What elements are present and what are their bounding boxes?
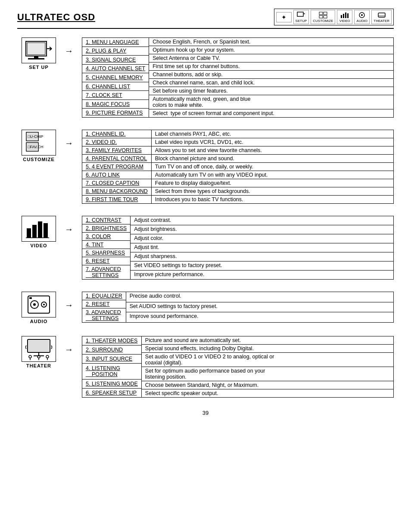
- header-icon-theater: THEATER: [371, 10, 392, 24]
- audio-arrow: →: [65, 292, 82, 310]
- audio-menu-table: 1. EQUALIZER 2. RESET 3. ADVANCED SETTIN…: [82, 292, 126, 323]
- svg-rect-19: [34, 56, 38, 58]
- svg-rect-2: [319, 12, 323, 15]
- video-label-small: VIDEO: [339, 19, 350, 23]
- svg-rect-5: [324, 16, 327, 18]
- table-row: 2. RESET: [82, 300, 126, 308]
- svg-text:□FAV.CH: □FAV.CH: [28, 145, 43, 149]
- table-row: 6. CHANNEL LIST: [82, 82, 149, 91]
- svg-text:□U-CHIP: □U-CHIP: [28, 134, 43, 139]
- table-row: 5. SHARPNESS: [82, 249, 131, 257]
- video-icon-col: VIDEO: [17, 216, 60, 248]
- table-row: Improve sound performance.: [126, 312, 394, 323]
- table-row: Allows you to set and view favorite chan…: [152, 146, 394, 155]
- setup-label-small: SETUP: [296, 19, 307, 23]
- setup-icon-col: SET UP: [17, 37, 60, 70]
- table-row: Improve picture performance.: [131, 271, 393, 280]
- table-row: Set before using timer features.: [149, 87, 393, 95]
- customize-label: CUSTOMIZE: [23, 157, 55, 162]
- table-row: Automatically turn TV on with any VIDEO …: [152, 171, 394, 179]
- video-section: VIDEO → 1. CONTRAST 2. BRIGHTNESS 3. COL…: [17, 216, 394, 280]
- svg-rect-9: [347, 13, 349, 18]
- table-row: 7. ADVANCED SETTINGS: [82, 265, 131, 280]
- svg-rect-8: [345, 12, 346, 18]
- table-row: Set for optimum audio performance based …: [142, 367, 394, 381]
- table-row: 6. RESET: [82, 257, 131, 265]
- page-title: ULTRATEC OSD: [17, 12, 95, 23]
- svg-rect-37: [29, 297, 32, 299]
- table-row: 1. EQUALIZER: [82, 292, 126, 300]
- svg-rect-28: [32, 225, 37, 238]
- table-row: 8. MAGIC FOCUS: [82, 100, 149, 109]
- table-row: 1. THEATER MODES: [82, 336, 142, 345]
- table-row: 2. VIDEO ID.: [82, 138, 152, 146]
- table-row: Select type of screen format and compone…: [149, 109, 393, 118]
- audio-menu-col: 1. EQUALIZER 2. RESET 3. ADVANCED SETTIN…: [82, 292, 394, 323]
- table-row: 3. ADVANCED SETTINGS: [82, 308, 126, 323]
- table-row: Set audio of VIDEO 1 or VIDEO 2 to analo…: [142, 353, 394, 367]
- svg-point-42: [29, 355, 31, 358]
- customize-label-small: CUSTOMIZE: [313, 19, 333, 23]
- table-row: 1. CHANNEL ID.: [82, 130, 152, 138]
- theater-label-small: THEATER: [374, 19, 389, 23]
- audio-label-small: AUDIO: [357, 19, 367, 23]
- theater-icon-small: [377, 11, 386, 19]
- theater-label: THEATER: [26, 363, 51, 368]
- svg-rect-29: [38, 221, 42, 238]
- svg-point-11: [361, 14, 363, 16]
- table-row: Channel buttons, add or skip.: [149, 71, 393, 79]
- table-row: 3. SIGNAL SOURCE: [82, 56, 149, 65]
- video-desc-table: Adjust contrast. Adjust brightness. Adju…: [131, 216, 394, 280]
- table-row: 4. AUTO CHANNEL SET: [82, 64, 149, 73]
- table-row: 9. FIRST TIME TOUR: [82, 196, 152, 204]
- table-row: Set VIDEO settings to factory preset.: [131, 261, 393, 271]
- table-row: Adjust brightness.: [131, 225, 393, 234]
- customize-menu-table: 1. CHANNEL ID. 2. VIDEO ID. 3. FAMILY FA…: [82, 130, 152, 204]
- table-row: 6. SPEAKER SETUP: [82, 388, 142, 397]
- table-row: Picture and sound are automatically set.: [142, 336, 394, 345]
- table-row: 7. CLOSED CAPTION: [82, 179, 152, 187]
- setup-desc-table: Choose English, French, or Spanish text.…: [149, 37, 394, 118]
- video-icon-small: [340, 11, 349, 19]
- table-row: Check channel name, scan, and child lock…: [149, 79, 393, 87]
- table-row: 4. LISTENING POSITION: [82, 364, 142, 380]
- audio-icon-col: AUDIO: [17, 292, 60, 324]
- table-row: 4. TINT: [82, 241, 131, 249]
- table-row: 1. CONTRAST: [82, 216, 131, 224]
- customize-desc-table: Label channels PAY1, ABC, etc. Label vid…: [152, 130, 394, 204]
- video-menu-table: 1. CONTRAST 2. BRIGHTNESS 3. COLOR 4. TI…: [82, 216, 131, 280]
- svg-rect-6: [341, 15, 342, 18]
- customize-icon-box: □U-CHIP □FAV.CH: [22, 130, 56, 156]
- table-row: Special sound effects, including Dolby D…: [142, 345, 394, 353]
- table-row: 3. INPUT SOURCE: [82, 355, 142, 364]
- svg-rect-0: [297, 12, 303, 16]
- setup-label: SET UP: [29, 65, 49, 70]
- table-row: Block channel picture and sound.: [152, 155, 394, 163]
- table-row: 2. PLUG & PLAY: [82, 47, 149, 56]
- audio-label: AUDIO: [30, 319, 47, 324]
- setup-arrow: →: [65, 37, 82, 56]
- theater-arrow: →: [65, 336, 82, 355]
- setup-icon-box: [22, 37, 56, 63]
- table-row: Introduces you to basic TV functions.: [152, 196, 394, 204]
- video-menu-col: 1. CONTRAST 2. BRIGHTNESS 3. COLOR 4. TI…: [82, 216, 394, 280]
- table-row: 3. FAMILY FAVORITES: [82, 146, 152, 155]
- table-row: 8. MENU BACKGROUND: [82, 187, 152, 196]
- table-row: Label video inputs VCR1, DVD1, etc.: [152, 138, 394, 146]
- table-row: 5. LISTENING MODE: [82, 379, 142, 388]
- theater-section: THEATER → 1. THEATER MODES 2. SURROUND 3…: [17, 336, 394, 398]
- setup-menu-col: 1. MENU LANGUAGE 2. PLUG & PLAY 3. SIGNA…: [82, 37, 394, 118]
- table-row: Turn TV on and off once, daily, or weekl…: [152, 163, 394, 171]
- header-icon-cursor: ✦: [276, 12, 292, 22]
- page-number: 39: [17, 410, 394, 416]
- svg-rect-39: [28, 340, 49, 352]
- svg-rect-4: [324, 12, 327, 15]
- video-icon-box: [22, 216, 56, 242]
- table-row: Automatically match red, green, and blue…: [149, 95, 393, 109]
- theater-icon-col: THEATER: [17, 336, 60, 368]
- theater-desc-table: Picture and sound are automatically set.…: [142, 336, 394, 398]
- table-row: 3. COLOR: [82, 233, 131, 241]
- customize-icon-graphic: □U-CHIP □FAV.CH: [23, 129, 55, 156]
- table-row: 4. PARENTAL CONTROL: [82, 155, 152, 163]
- svg-rect-7: [343, 14, 344, 18]
